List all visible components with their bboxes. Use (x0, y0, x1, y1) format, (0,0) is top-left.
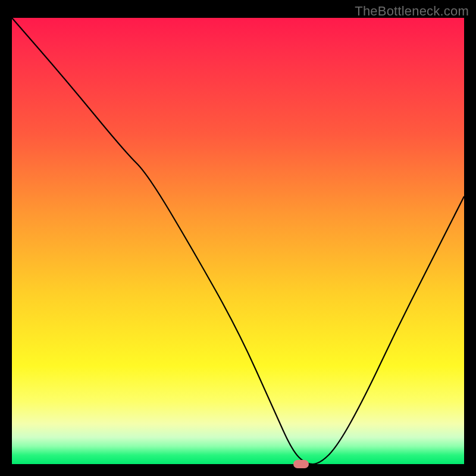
chart-plot-area (12, 18, 464, 464)
chart-line-svg (12, 18, 464, 464)
watermark-text: TheBottleneck.com (355, 4, 469, 19)
chart-line-path (12, 18, 464, 464)
chart-marker (293, 460, 309, 468)
chart-container (12, 18, 464, 464)
